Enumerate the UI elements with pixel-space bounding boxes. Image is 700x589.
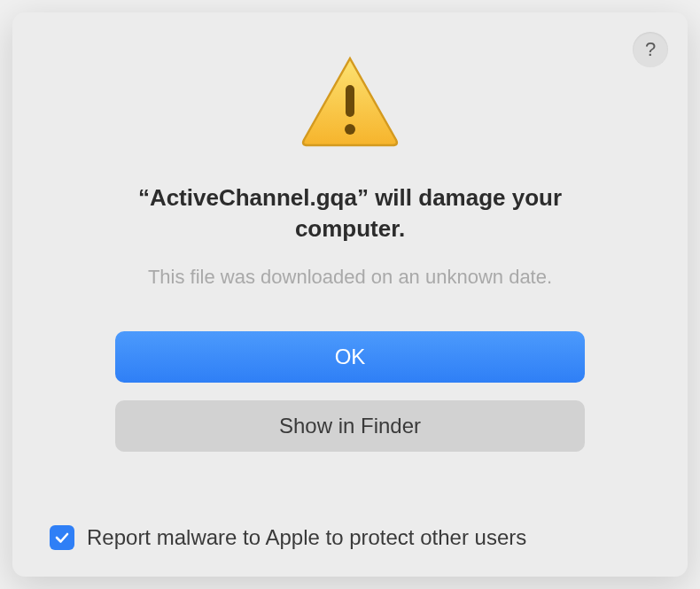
report-malware-label: Report malware to Apple to protect other… (87, 525, 526, 550)
checkmark-icon (53, 529, 71, 546)
help-button[interactable]: ? (633, 32, 668, 67)
report-malware-row: Report malware to Apple to protect other… (50, 525, 526, 550)
warning-icon (297, 53, 403, 154)
svg-rect-0 (346, 85, 354, 117)
ok-button-label: OK (335, 345, 366, 369)
report-malware-checkbox[interactable] (50, 525, 74, 550)
show-in-finder-label: Show in Finder (279, 414, 421, 438)
svg-point-1 (345, 124, 355, 135)
show-in-finder-button[interactable]: Show in Finder (115, 400, 585, 452)
ok-button[interactable]: OK (115, 331, 585, 383)
alert-heading: “ActiveChannel.gqa” will damage your com… (84, 182, 616, 244)
alert-dialog: ? “ActiveChannel.gqa” will damage your c… (12, 12, 688, 577)
alert-subtext: This file was downloaded on an unknown d… (148, 266, 552, 289)
button-stack: OK Show in Finder (115, 331, 585, 452)
help-icon: ? (645, 38, 656, 61)
